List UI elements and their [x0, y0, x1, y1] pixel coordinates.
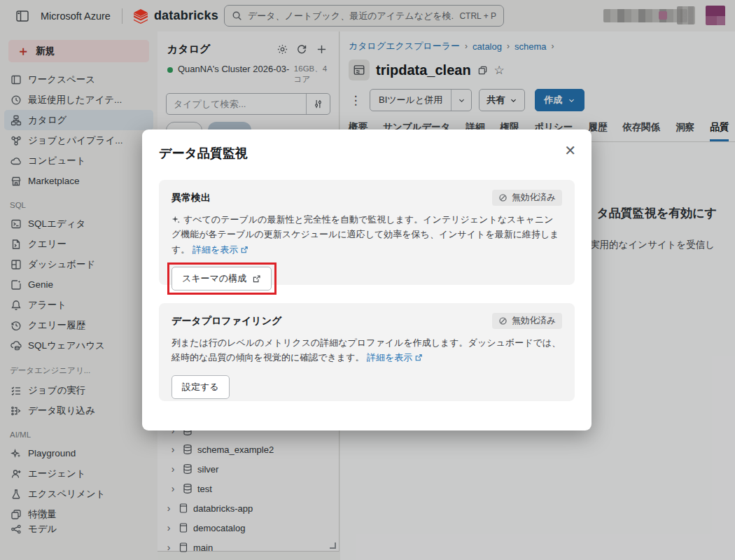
databricks-app-window: Microsoft Azure databricks データ、ノートブック、最近… [0, 0, 735, 560]
status-badge-disabled: 無効化済み [492, 190, 562, 206]
learn-more-link[interactable]: 詳細を表示 [192, 244, 248, 255]
data-quality-modal: データ品質監視 ✕ 異常検出 無効化済み すべてのテーブルの最新性と完全性を自動… [142, 130, 592, 430]
external-link-icon [252, 274, 261, 284]
anomaly-detection-card: 異常検出 無効化済み すべてのテーブルの最新性と完全性を自動で監視します。インテ… [159, 180, 575, 285]
status-badge-disabled: 無効化済み [492, 313, 562, 329]
data-profiling-card: データプロファイリング 無効化済み 列または行のレベルのメトリクスの詳細なプロフ… [159, 303, 575, 401]
configure-schema-button[interactable]: スキーマの構成 [172, 267, 272, 290]
card-title: 異常検出 [172, 192, 492, 204]
setup-button[interactable]: 設定する [172, 375, 230, 399]
external-link-icon [414, 354, 423, 362]
modal-title: データ品質監視 [159, 145, 575, 162]
sparkle-icon [172, 215, 181, 224]
external-link-icon [240, 246, 248, 254]
close-icon[interactable]: ✕ [564, 144, 576, 158]
card-description: 列または行のレベルのメトリクスの詳細なプロファイルを作成します。ダッシュボードで… [172, 335, 562, 365]
card-description: すべてのテーブルの最新性と完全性を自動で監視します。インテリジェントなスキャニン… [172, 212, 562, 257]
disabled-slash-icon [498, 316, 507, 326]
learn-more-link[interactable]: 詳細を表示 [367, 352, 423, 363]
card-title: データプロファイリング [172, 315, 492, 328]
disabled-slash-icon [498, 193, 507, 202]
